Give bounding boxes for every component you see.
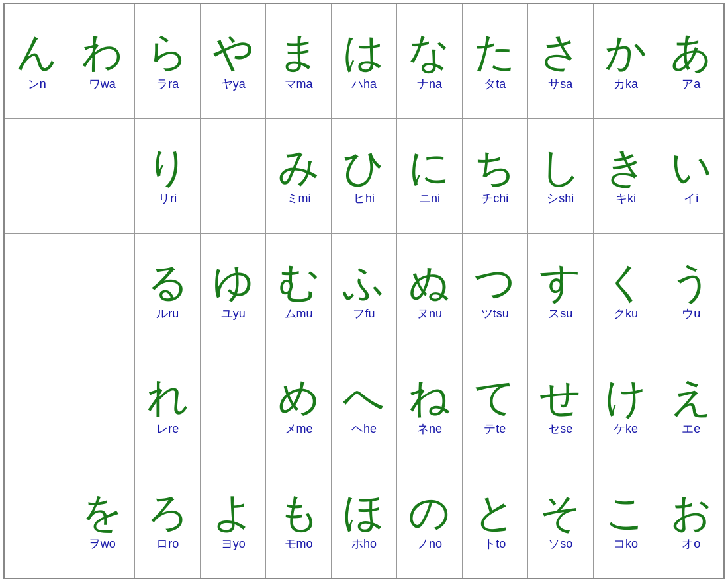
- romaji-label: マma: [285, 77, 313, 92]
- cell-r3-c9: けケke: [593, 349, 659, 464]
- cell-r2-c6: ぬヌnu: [396, 233, 462, 349]
- hiragana-char: ま: [278, 30, 320, 75]
- hiragana-char: ね: [408, 375, 450, 420]
- cell-r3-c10: えエe: [659, 349, 724, 464]
- cell-r4-c7: とトto: [462, 464, 527, 579]
- cell-r1-c2: りリri: [135, 118, 201, 233]
- romaji-label: オo: [682, 536, 700, 552]
- romaji-label: トto: [484, 536, 506, 552]
- romaji-label: リri: [158, 191, 177, 206]
- hiragana-char: わ: [81, 30, 123, 75]
- cell-r1-c4: みミmi: [266, 118, 332, 233]
- cell-r3-c0: [4, 349, 69, 464]
- romaji-label: ウu: [682, 306, 700, 321]
- hiragana-char: さ: [539, 30, 581, 75]
- hiragana-char: を: [81, 490, 123, 535]
- hiragana-char: お: [670, 490, 712, 535]
- cell-r4-c1: をヲwo: [69, 464, 135, 579]
- romaji-label: ナna: [417, 77, 442, 92]
- romaji-label: ホho: [351, 536, 377, 552]
- cell-r1-c1: [69, 118, 135, 233]
- romaji-label: ラra: [156, 77, 179, 92]
- hiragana-char: う: [670, 260, 712, 305]
- hiragana-char: り: [147, 145, 189, 190]
- romaji-label: シshi: [547, 191, 574, 206]
- hiragana-char: そ: [539, 490, 581, 535]
- hiragana-char: か: [605, 30, 647, 75]
- cell-r1-c10: いイi: [659, 118, 724, 233]
- cell-r3-c4: めメme: [266, 349, 332, 464]
- cell-r4-c8: そソso: [527, 464, 593, 579]
- cell-r0-c6: なナna: [396, 3, 462, 118]
- hiragana-char: せ: [539, 375, 581, 420]
- romaji-label: クku: [614, 306, 638, 321]
- cell-r3-c8: せセse: [527, 349, 593, 464]
- cell-r2-c10: うウu: [659, 233, 724, 349]
- cell-r2-c8: すスsu: [527, 233, 593, 349]
- romaji-label: ネne: [417, 421, 442, 436]
- cell-r1-c7: ちチchi: [462, 118, 527, 233]
- cell-r0-c9: かカka: [593, 3, 659, 118]
- hiragana-char: ゆ: [212, 260, 254, 305]
- cell-r4-c6: のノno: [396, 464, 462, 579]
- cell-r0-c8: さサsa: [527, 3, 593, 118]
- hiragana-char: け: [605, 375, 647, 420]
- hiragana-char: は: [343, 30, 385, 75]
- hiragana-char: す: [539, 260, 581, 305]
- cell-r3-c6: ねネne: [396, 349, 462, 464]
- cell-r0-c5: はハha: [332, 3, 397, 118]
- cell-r0-c0: んンn: [4, 3, 69, 118]
- romaji-label: ヒhi: [353, 191, 375, 206]
- hiragana-char: る: [147, 260, 189, 305]
- romaji-label: フfu: [353, 306, 375, 321]
- hiragana-char: れ: [147, 375, 189, 420]
- romaji-label: ハha: [351, 77, 377, 92]
- romaji-label: ソso: [548, 536, 572, 552]
- hiragana-char: ほ: [343, 490, 385, 535]
- hiragana-char: ふ: [343, 260, 385, 305]
- romaji-label: エe: [682, 421, 700, 436]
- hiragana-char: ち: [474, 145, 516, 190]
- cell-r0-c2: らラra: [135, 3, 201, 118]
- romaji-label: ンn: [28, 77, 46, 92]
- romaji-label: テte: [484, 421, 506, 436]
- hiragana-char: へ: [343, 375, 385, 420]
- hiragana-char: め: [278, 375, 320, 420]
- hiragana-char: つ: [474, 260, 516, 305]
- cell-r2-c3: ゆユyu: [201, 233, 266, 349]
- romaji-label: レre: [156, 421, 179, 436]
- romaji-label: ユyu: [221, 306, 246, 321]
- hiragana-char: き: [605, 145, 647, 190]
- hiragana-char: こ: [605, 490, 647, 535]
- cell-r4-c3: よヨyo: [201, 464, 266, 579]
- cell-r2-c4: むムmu: [266, 233, 332, 349]
- romaji-label: ケke: [614, 421, 638, 436]
- hiragana-char: と: [474, 490, 516, 535]
- cell-r0-c3: やヤya: [201, 3, 266, 118]
- cell-r4-c5: ほホho: [332, 464, 397, 579]
- hiragana-char: い: [670, 145, 712, 190]
- romaji-label: スsu: [548, 306, 572, 321]
- hiragana-char: な: [408, 30, 450, 75]
- cell-r3-c2: れレre: [135, 349, 201, 464]
- romaji-label: ヘhe: [351, 421, 377, 436]
- romaji-label: アa: [682, 77, 700, 92]
- cell-r2-c5: ふフfu: [332, 233, 397, 349]
- romaji-label: ヌnu: [417, 306, 442, 321]
- cell-r1-c9: きキki: [593, 118, 659, 233]
- romaji-label: ルru: [156, 306, 179, 321]
- cell-r2-c0: [4, 233, 69, 349]
- cell-r2-c2: るルru: [135, 233, 201, 349]
- romaji-label: ツtsu: [481, 306, 509, 321]
- romaji-label: セse: [548, 421, 572, 436]
- romaji-label: チchi: [481, 191, 508, 206]
- hiragana-char: や: [212, 30, 254, 75]
- romaji-label: カka: [614, 77, 638, 92]
- cell-r2-c9: くクku: [593, 233, 659, 349]
- hiragana-char: し: [539, 145, 581, 190]
- romaji-label: ヨyo: [221, 536, 246, 552]
- hiragana-char: の: [408, 490, 450, 535]
- romaji-label: サsa: [548, 77, 572, 92]
- cell-r0-c4: まマma: [266, 3, 332, 118]
- romaji-label: メme: [285, 421, 313, 436]
